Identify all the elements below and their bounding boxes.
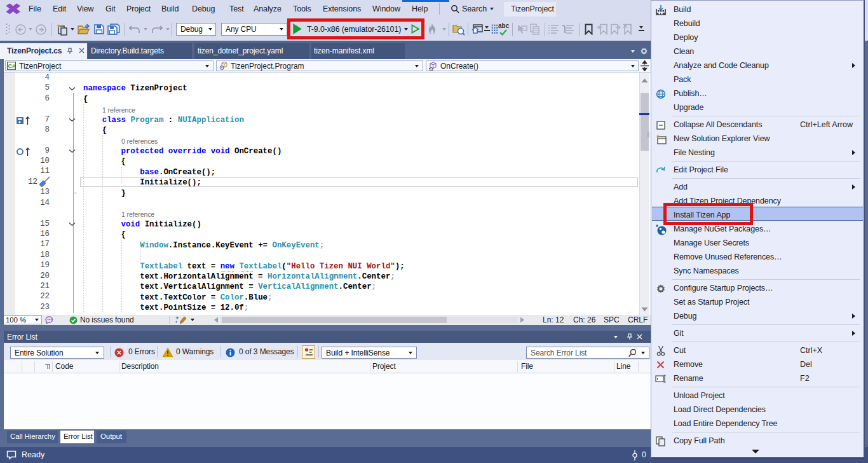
svg-text:C#: C# xyxy=(8,63,16,69)
